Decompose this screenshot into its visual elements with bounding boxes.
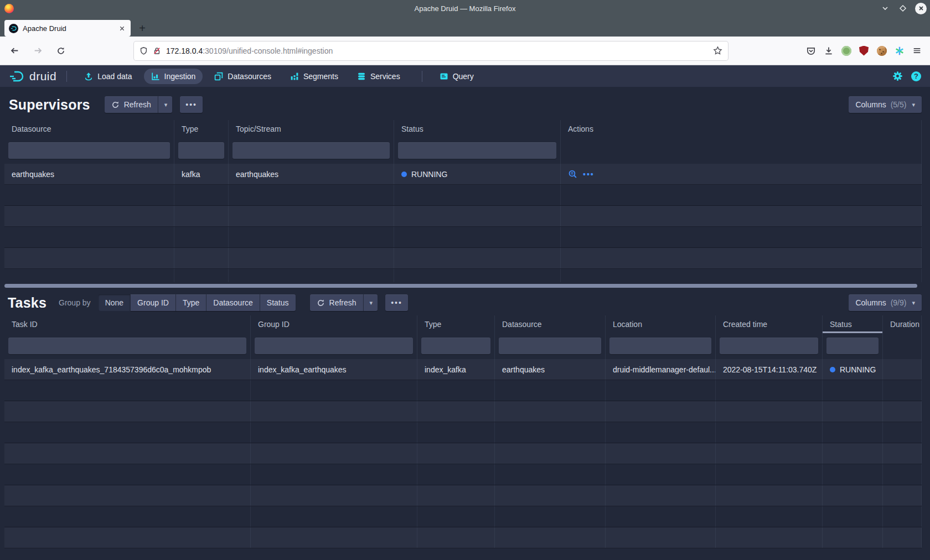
nav-segments[interactable]: Segments	[283, 69, 345, 84]
table-row	[4, 227, 922, 248]
nav-datasources[interactable]: Datasources	[207, 69, 278, 84]
supervisors-columns-button[interactable]: Columns (5/5) ▾	[849, 96, 922, 113]
new-tab-button[interactable]: +	[134, 20, 151, 37]
group-by-group-id-button[interactable]: Group ID	[131, 294, 176, 311]
forward-icon[interactable]	[29, 42, 46, 60]
window-close-icon[interactable]	[915, 3, 927, 14]
task-duration	[883, 359, 922, 380]
ublock-origin-extension-icon[interactable]	[859, 45, 869, 56]
supervisors-more-button[interactable]: •••	[180, 96, 203, 113]
caret-down-icon: ▾	[912, 101, 915, 108]
tasks-columns-button[interactable]: Columns (9/9) ▾	[849, 294, 922, 311]
task-location: druid-middlemanager-defaul...	[606, 359, 716, 380]
group-by-none-button[interactable]: None	[99, 294, 131, 311]
scrollbar-thumb[interactable]	[4, 284, 917, 288]
refresh-icon	[317, 299, 325, 307]
window-title: Apache Druid — Mozilla Firefox	[0, 4, 930, 13]
caret-down-icon: ▾	[164, 101, 168, 108]
download-icon[interactable]	[823, 45, 834, 56]
druid-favicon	[9, 24, 18, 33]
bookmark-star-icon[interactable]	[713, 46, 722, 55]
cookie-extension-icon[interactable]	[876, 45, 887, 56]
nav-load-data[interactable]: Load data	[77, 69, 139, 84]
supervisor-row: earthquakes kafka earthquakes RUNNING ••…	[4, 164, 922, 185]
tasks-refresh-button[interactable]: Refresh	[310, 294, 363, 311]
supervisor-detail-icon[interactable]	[568, 169, 577, 179]
tasks-title: Tasks	[8, 295, 46, 311]
supervisors-refresh-caret-button[interactable]: ▾	[158, 96, 173, 113]
col-header-status-sorted[interactable]: Status	[823, 315, 883, 333]
col-header-duration[interactable]: Duration	[883, 315, 922, 333]
reload-icon[interactable]	[52, 42, 70, 60]
nav-services[interactable]: Services	[350, 69, 407, 84]
query-icon	[440, 72, 448, 81]
group-by-type-button[interactable]: Type	[176, 294, 206, 311]
pocket-icon[interactable]	[805, 45, 816, 56]
tab-close-icon[interactable]	[118, 24, 126, 33]
nav-divider	[66, 71, 67, 82]
table-row	[4, 380, 922, 401]
table-row	[4, 206, 922, 227]
tracking-shield-icon[interactable]	[140, 46, 148, 55]
druid-logo[interactable]: druid	[9, 70, 56, 83]
col-header-topic-stream[interactable]: Topic/Stream	[229, 120, 394, 138]
col-header-datasource[interactable]: Datasource	[4, 120, 174, 138]
supervisor-status: RUNNING	[394, 164, 561, 184]
help-icon[interactable]: ?	[911, 71, 921, 81]
col-header-group-id[interactable]: Group ID	[251, 315, 417, 333]
url-bar[interactable]: 172.18.0.4:30109/unified-console.html#in…	[134, 42, 728, 60]
tab-apache-druid[interactable]: Apache Druid	[4, 20, 131, 37]
col-header-status[interactable]: Status	[394, 120, 561, 138]
filter-datasource-input[interactable]	[8, 142, 170, 159]
group-by-status-button[interactable]: Status	[260, 294, 296, 311]
tasks-table-header: Task ID Group ID Type Datasource Locatio…	[4, 315, 922, 333]
filter-status-input[interactable]	[398, 142, 556, 159]
col-header-type[interactable]: Type	[174, 120, 229, 138]
col-header-created-time[interactable]: Created time	[716, 315, 823, 333]
table-row	[4, 464, 922, 485]
filter-datasource-input[interactable]	[499, 338, 601, 354]
supervisors-table: Datasource Type Topic/Stream Status Acti…	[4, 120, 922, 282]
tab-bar: Apache Druid +	[0, 17, 930, 37]
filter-topic-stream-input[interactable]	[232, 142, 390, 159]
privacy-badger-extension-icon[interactable]	[841, 45, 851, 56]
druid-navbar: druid Load data Ingestion Datasources Se…	[0, 65, 930, 87]
ingestion-icon	[151, 72, 160, 81]
filter-type-input[interactable]	[421, 338, 490, 354]
tasks-refresh-caret-button[interactable]: ▾	[363, 294, 378, 311]
filter-task-id-input[interactable]	[8, 338, 246, 354]
tasks-more-button[interactable]: •••	[385, 294, 408, 311]
load-data-icon	[84, 72, 93, 81]
browser-toolbar: 172.18.0.4:30109/unified-console.html#in…	[0, 37, 930, 65]
nav-ingestion[interactable]: Ingestion	[144, 69, 203, 84]
tab-title: Apache Druid	[23, 24, 113, 33]
group-by-datasource-button[interactable]: Datasource	[206, 294, 260, 311]
supervisor-datasource: earthquakes	[4, 164, 174, 184]
filter-group-id-input[interactable]	[255, 338, 413, 354]
filter-type-input[interactable]	[178, 142, 224, 159]
col-header-type[interactable]: Type	[417, 315, 495, 333]
filter-location-input[interactable]	[609, 338, 711, 354]
supervisors-header: Supervisors Refresh ▾ ••• Columns (5/5) …	[0, 87, 930, 120]
table-row	[4, 185, 922, 206]
refresh-icon	[111, 101, 120, 109]
filter-created-time-input[interactable]	[720, 338, 818, 354]
settings-gear-icon[interactable]	[892, 71, 903, 81]
table-row	[4, 485, 922, 506]
back-icon[interactable]	[6, 42, 23, 60]
firefox-window: Apache Druid — Mozilla Firefox Apache Dr…	[0, 0, 930, 560]
menu-hamburger-icon[interactable]	[912, 45, 922, 56]
supervisors-refresh-button[interactable]: Refresh	[105, 96, 158, 113]
window-minimize-icon[interactable]	[880, 3, 891, 14]
insecure-lock-icon[interactable]	[153, 46, 161, 55]
col-header-datasource[interactable]: Datasource	[495, 315, 606, 333]
tasks-header: Tasks Group by None Group ID Type Dataso…	[0, 289, 930, 315]
task-datasource: earthquakes	[495, 359, 606, 380]
nav-query[interactable]: Query	[432, 69, 481, 84]
container-extension-icon[interactable]	[894, 45, 905, 56]
filter-status-input[interactable]	[826, 338, 879, 354]
col-header-task-id[interactable]: Task ID	[4, 315, 251, 333]
window-maximize-icon[interactable]	[897, 3, 908, 14]
col-header-location[interactable]: Location	[606, 315, 716, 333]
supervisor-actions-more-icon[interactable]: •••	[583, 170, 595, 179]
